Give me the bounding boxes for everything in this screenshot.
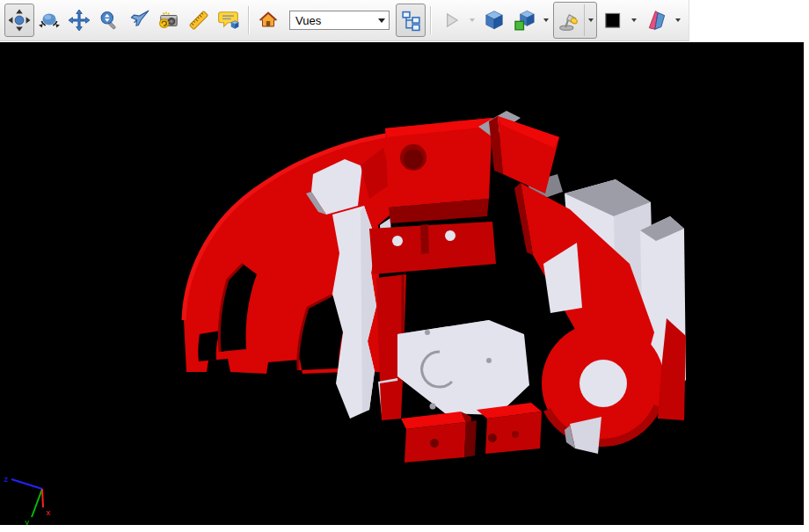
pan-button[interactable] [64, 4, 94, 37]
cube-green-face-icon [514, 9, 536, 32]
display-mode-split [509, 2, 553, 39]
zoom-magnifier-icon [98, 9, 120, 32]
display-mode-button[interactable] [510, 4, 540, 37]
toolbar: Vues [0, 0, 809, 41]
triad-axis-y-label: y [25, 518, 30, 525]
cross-section-split [641, 2, 685, 39]
rotate-sphere-icon [38, 9, 61, 32]
play-animation-dropdown-arrow[interactable] [466, 4, 478, 37]
home-icon [258, 10, 279, 31]
camera-icon [157, 9, 180, 32]
background-color-split [597, 2, 641, 39]
lighting-split [553, 2, 597, 39]
comment-bubble-cube-icon [217, 9, 240, 32]
viewport-3d-canvas[interactable]: z y x [0, 42, 804, 525]
triad-axis-y [32, 489, 42, 517]
model-part-red-connector[interactable] [380, 380, 403, 420]
triad-axis-z-label: z [4, 475, 8, 484]
play-animation-split [435, 2, 479, 39]
triad-axis-x [42, 489, 43, 507]
measure-button[interactable] [184, 4, 214, 37]
shaded-view-button[interactable] [479, 4, 509, 37]
model-tree-button[interactable] [396, 4, 426, 37]
play-animation-button[interactable] [436, 4, 466, 37]
play-icon [440, 9, 463, 32]
orientation-triad: z y x [4, 475, 51, 525]
model-3d-render[interactable]: z y x [0, 42, 804, 525]
display-mode-dropdown-arrow[interactable] [540, 4, 552, 37]
background-color-button[interactable] [598, 4, 628, 37]
toolbar-separator [248, 6, 249, 34]
home-view-button[interactable] [253, 4, 283, 37]
cross-section-button[interactable] [642, 4, 672, 37]
blue-cube-icon [483, 9, 506, 32]
airplane-icon [128, 9, 150, 32]
zoom-button[interactable] [94, 4, 124, 37]
toolbar-strip: Vues [0, 0, 689, 41]
triad-axis-x-label: x [46, 508, 51, 517]
ruler-icon [187, 9, 210, 32]
views-combobox-arrow[interactable] [375, 11, 389, 29]
desk-lamp-icon [558, 9, 580, 32]
views-combobox-value: Vues [290, 14, 321, 27]
rotate-button[interactable] [34, 4, 64, 37]
toolbar-separator [430, 6, 431, 34]
triad-axis-z [11, 479, 42, 489]
fly-through-button[interactable] [124, 4, 154, 37]
lighting-dropdown-arrow[interactable] [584, 4, 596, 36]
markup-comment-button[interactable] [214, 4, 244, 37]
pan-arrows-icon [68, 9, 91, 32]
orbit-button[interactable] [4, 4, 34, 37]
cross-section-dropdown-arrow[interactable] [672, 4, 684, 37]
section-planes-icon [645, 9, 668, 32]
hierarchy-tree-icon [400, 10, 422, 32]
orbit-arrows-icon [8, 9, 31, 32]
snapshot-button[interactable] [154, 4, 184, 37]
model-part-red-block-top[interactable] [385, 118, 492, 223]
lighting-button[interactable] [554, 4, 584, 37]
views-combobox[interactable]: Vues [289, 11, 390, 30]
background-color-dropdown-arrow[interactable] [628, 4, 640, 37]
black-color-swatch-icon [601, 9, 624, 32]
